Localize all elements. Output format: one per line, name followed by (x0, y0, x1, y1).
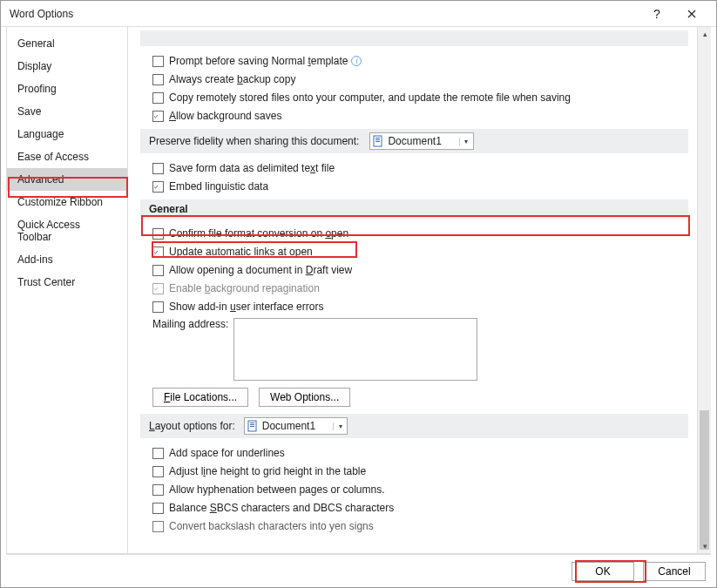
scroll-up-button[interactable]: ▴ (698, 27, 711, 41)
dropdown-value: Document1 (386, 135, 458, 147)
checkbox-icon[interactable] (152, 265, 164, 276)
opt-label: Show add-in user interface errors (169, 301, 323, 313)
opt-adjust-line-height[interactable]: Adjust line height to grid height in the… (152, 463, 688, 479)
checkbox-icon[interactable] (152, 56, 164, 67)
opt-label: Save form data as delimited text file (169, 162, 335, 174)
cancel-button[interactable]: Cancel (643, 562, 706, 581)
sidebar-item-save[interactable]: Save (7, 100, 127, 123)
opt-update-links[interactable]: Update automatic links at open (152, 244, 688, 260)
content-area: Prompt before saving Normal template i A… (128, 27, 711, 554)
opt-prompt-normal-template[interactable]: Prompt before saving Normal template i (152, 53, 688, 69)
opt-label: Allow background saves (169, 110, 281, 122)
opt-always-backup[interactable]: Always create backup copy (152, 71, 688, 87)
opt-label: Copy remotely stored files onto your com… (169, 91, 571, 104)
dialog-title: Word Options (10, 8, 639, 20)
opt-balance-sbcs-dbcs[interactable]: Balance SBCS characters and DBCS charact… (152, 500, 688, 516)
opt-confirm-conversion[interactable]: Confirm file format conversion on open (152, 226, 688, 241)
opt-label: Add space for underlines (169, 447, 285, 459)
svg-rect-6 (250, 424, 254, 425)
opt-label: Enable background repagination (169, 282, 320, 294)
sidebar-item-advanced[interactable]: Advanced (7, 168, 127, 191)
options-panel: Prompt before saving Normal template i A… (128, 27, 697, 553)
scroll-down-button[interactable]: ▾ (698, 539, 711, 553)
checkbox-icon[interactable] (152, 111, 164, 122)
opt-draft-view[interactable]: Allow opening a document in Draft view (152, 262, 688, 278)
section-layout-options: Layout options for: Document1 ▾ (140, 414, 688, 438)
sidebar-item-quick-access-toolbar[interactable]: Quick Access Toolbar (7, 213, 127, 248)
opt-label: Allow hyphenation between pages or colum… (169, 483, 385, 496)
svg-rect-7 (250, 426, 254, 427)
document-icon (245, 420, 260, 432)
dialog-body: General Display Proofing Save Language E… (6, 27, 711, 555)
sidebar-item-add-ins[interactable]: Add-ins (7, 248, 127, 271)
checkbox-icon[interactable] (152, 503, 164, 514)
chevron-down-icon[interactable]: ▾ (333, 422, 347, 430)
opt-label: Allow opening a document in Draft view (169, 264, 352, 276)
dropdown-value: Document1 (260, 420, 333, 432)
opt-addin-errors[interactable]: Show add-in user interface errors (152, 299, 688, 314)
scroll-thumb[interactable] (700, 410, 709, 550)
checkbox-icon[interactable] (152, 484, 164, 496)
opt-bg-repagination: Enable background repagination (152, 280, 688, 296)
sidebar-item-language[interactable]: Language (7, 123, 127, 145)
section-label: General (149, 203, 188, 215)
opt-label: Convert backslash characters into yen si… (169, 520, 374, 532)
ok-button[interactable]: OK (572, 562, 634, 581)
checkbox-icon[interactable] (152, 163, 164, 174)
document-icon (370, 135, 386, 147)
opt-label: Prompt before saving Normal template (169, 55, 348, 67)
document-dropdown[interactable]: Document1 ▾ (369, 132, 473, 150)
checkbox-icon[interactable] (152, 521, 164, 532)
checkbox-icon[interactable] (152, 448, 164, 459)
checkbox-icon[interactable] (152, 92, 164, 104)
opt-label: Adjust line height to grid height in the… (169, 465, 366, 477)
opt-allow-hyphenation[interactable]: Allow hyphenation between pages or colum… (152, 482, 688, 497)
section-label: Layout options for: (149, 420, 235, 432)
svg-rect-1 (375, 138, 380, 139)
opt-label: Confirm file format conversion on open (169, 227, 348, 240)
checkbox-icon[interactable] (152, 247, 164, 258)
sidebar-item-customize-ribbon[interactable]: Customize Ribbon (7, 191, 127, 213)
sidebar-item-general[interactable]: General (7, 32, 127, 55)
section-general: General (140, 199, 688, 219)
svg-rect-2 (375, 139, 380, 140)
checkbox-icon[interactable] (152, 301, 164, 313)
sidebar-item-ease-of-access[interactable]: Ease of Access (7, 145, 127, 168)
chevron-down-icon[interactable]: ▾ (459, 138, 473, 145)
layout-document-dropdown[interactable]: Document1 ▾ (244, 417, 348, 435)
checkbox-icon (152, 283, 164, 294)
titlebar: Word Options ? (1, 1, 716, 27)
category-sidebar: General Display Proofing Save Language E… (6, 27, 128, 554)
opt-embed-linguistic[interactable]: Embed linguistic data (152, 179, 688, 194)
file-locations-button[interactable]: File Locations... (152, 388, 248, 407)
opt-save-form-data[interactable]: Save form data as delimited text file (152, 160, 688, 176)
mailing-label: Mailing address: (152, 318, 228, 381)
opt-label: Embed linguistic data (169, 180, 268, 193)
opt-label: Always create backup copy (169, 73, 295, 85)
section-label: Preserve fidelity when sharing this docu… (149, 135, 359, 147)
info-icon[interactable]: i (351, 56, 362, 66)
help-button[interactable]: ? (639, 3, 674, 24)
vertical-scrollbar[interactable]: ▴ ▾ (697, 27, 711, 553)
sidebar-item-trust-center[interactable]: Trust Center (7, 271, 127, 294)
opt-add-space-underlines[interactable]: Add space for underlines (152, 445, 688, 461)
word-options-dialog: Word Options ? General Display Proofing … (0, 0, 717, 588)
opt-allow-bg-saves[interactable]: Allow background saves (152, 108, 688, 124)
mailing-address-row: Mailing address: (152, 318, 688, 381)
checkbox-icon[interactable] (152, 74, 164, 85)
sidebar-item-proofing[interactable]: Proofing (7, 78, 127, 100)
svg-rect-3 (375, 141, 380, 142)
dialog-footer: OK Cancel (1, 556, 716, 587)
web-options-button[interactable]: Web Options... (259, 388, 350, 407)
svg-rect-5 (250, 422, 254, 423)
checkbox-icon[interactable] (152, 181, 164, 193)
opt-convert-backslash-yen[interactable]: Convert backslash characters into yen si… (152, 518, 688, 534)
checkbox-icon[interactable] (152, 228, 164, 240)
checkbox-icon[interactable] (152, 466, 164, 477)
close-button[interactable] (674, 3, 709, 24)
sidebar-item-display[interactable]: Display (7, 55, 127, 78)
opt-label: Update automatic links at open (169, 246, 313, 258)
mailing-address-input[interactable] (233, 318, 477, 381)
btn-label: ile Locations... (170, 391, 237, 403)
opt-copy-remote-files[interactable]: Copy remotely stored files onto your com… (152, 90, 688, 105)
